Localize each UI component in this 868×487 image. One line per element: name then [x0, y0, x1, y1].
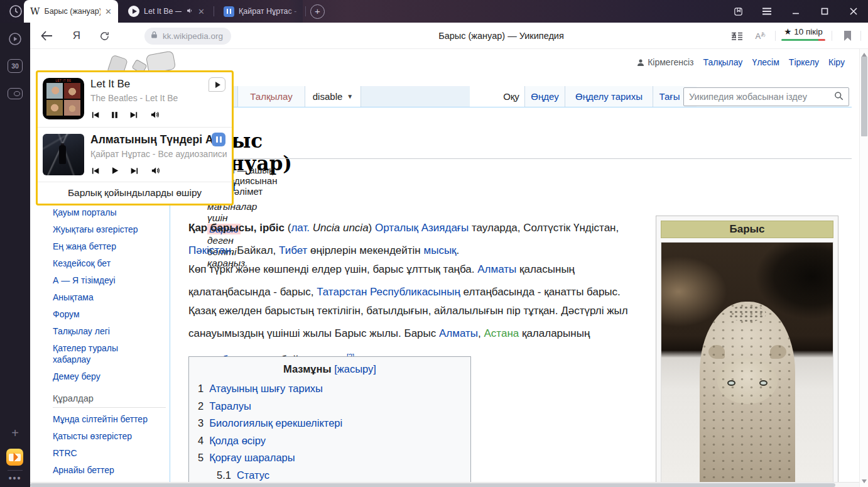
nav-link[interactable]: Қатысты өзгерістер [53, 431, 166, 442]
tab-wikipedia[interactable]: W Барыс (жануар) — Уики ✕ [24, 0, 118, 23]
address-bar[interactable]: kk.wikipedia.org [144, 28, 231, 45]
tabs-bottom-rule [170, 107, 852, 107]
nav-link[interactable]: Кездейсоқ бет [53, 258, 166, 270]
personal-link-login[interactable]: Кіру [828, 57, 845, 67]
tab-history[interactable]: Өңделу тарихы [565, 86, 653, 107]
new-tab-button[interactable]: + [310, 4, 325, 19]
track-subtitle: Қайрат Нұртас - Все аудиозаписи [90, 149, 225, 159]
nav-link[interactable]: Арнайы беттер [53, 465, 166, 476]
refresh-icon[interactable] [93, 23, 116, 49]
menu-icon[interactable] [752, 0, 781, 23]
yandex-mail-icon[interactable] [8, 449, 23, 466]
track-title: Алматының Түндері Ай [90, 133, 225, 146]
nav-link[interactable]: Қателер туралы хабарлау [53, 343, 147, 365]
window-controls [724, 0, 868, 23]
personal-link-contribs[interactable]: Үлесім [752, 57, 779, 67]
maximize-button[interactable] [810, 0, 839, 23]
screenshot-icon[interactable] [8, 88, 23, 103]
search-input[interactable] [684, 92, 829, 102]
next-track-icon[interactable] [129, 111, 139, 119]
previous-track-icon[interactable] [90, 111, 100, 119]
nav-link[interactable]: Талқылау легі [53, 326, 166, 337]
downloads-icon[interactable] [865, 23, 868, 49]
pause-icon [224, 6, 234, 17]
previous-track-icon[interactable] [90, 167, 100, 175]
infobox-title: Барыс [661, 221, 833, 238]
nav-link[interactable]: RTRC [53, 448, 166, 459]
tab-let-it-be[interactable]: Let It Be — The Beatl ✕ [122, 0, 211, 23]
wikipedia-logo [73, 50, 180, 70]
nav-section-tools: Құралдар [53, 393, 166, 408]
translate-icon[interactable]: Aあ [750, 23, 771, 49]
play-in-tab-button[interactable] [209, 77, 225, 92]
browser-sidebar: 30 + ••• [0, 23, 30, 487]
nav-link[interactable]: Қауым порталы [53, 207, 166, 219]
vertical-scrollbar[interactable] [859, 49, 868, 487]
more-options-icon[interactable]: ••• [8, 473, 23, 487]
close-tab-icon[interactable]: ✕ [105, 7, 112, 16]
volume-icon[interactable] [149, 110, 160, 119]
toc-item[interactable]: 2Таралуы [198, 398, 462, 415]
play-icon[interactable] [111, 166, 119, 175]
nav-link[interactable]: Мұнда сілтейтін беттер [53, 414, 166, 425]
toc-item[interactable]: 1Атауының шығу тарихы [198, 380, 462, 398]
calendar-icon[interactable]: 30 [8, 59, 23, 74]
back-icon[interactable] [35, 23, 58, 49]
track-row-almaty-tunderi[interactable]: Алматының Түндері Ай Қайрат Нұртас - Все… [38, 128, 232, 182]
add-panel-icon[interactable]: + [8, 426, 23, 441]
search-icon[interactable] [829, 91, 849, 103]
nav-link[interactable]: Жуықтағы өзгерістер [53, 224, 166, 236]
toolbar-divider [860, 31, 861, 41]
history-clock-icon[interactable] [8, 4, 23, 19]
tab-edit[interactable]: Өңдеу [524, 86, 565, 107]
stop-all-tabs-button[interactable]: Барлық қойындыларды өшіру [38, 182, 232, 204]
site-rating[interactable]: ★ 10 пікір [781, 26, 825, 41]
table-of-contents: Мазмұны [жасыру] 1Атауының шығу тарихы 2… [188, 356, 471, 482]
close-tab-icon[interactable]: ✕ [198, 7, 205, 16]
toolbar-divider [775, 31, 776, 41]
personal-link-register[interactable]: Тіркелу [789, 57, 819, 67]
tab-paused-badge[interactable] [212, 133, 225, 146]
minimize-button[interactable] [781, 0, 810, 23]
tab-title: Let It Be — The Beatl [144, 7, 182, 16]
wikipedia-w-icon: W [30, 6, 40, 17]
tab-divider [214, 6, 214, 16]
tab-read[interactable]: Оқу [498, 86, 524, 107]
next-track-icon[interactable] [130, 167, 139, 175]
reader-mode-icon[interactable] [726, 23, 747, 49]
nav-link[interactable]: Ең жаңа беттер [53, 241, 166, 253]
horizontal-scrollbar[interactable] [30, 482, 859, 487]
nav-link[interactable]: Анықтама [53, 292, 166, 304]
tab-gadget-disable[interactable]: disable▼ [305, 86, 361, 107]
toc-item[interactable]: 3Биологиялық ерекшеліктері [198, 415, 462, 432]
horizontal-scroll-thumb[interactable] [30, 483, 835, 487]
nav-link[interactable]: А — Я тізімдеуі [53, 275, 166, 287]
nav-link[interactable]: Демеу беру [53, 371, 166, 383]
pause-icon[interactable] [111, 111, 119, 119]
nav-link[interactable]: Форум [53, 309, 166, 320]
toc-hide-link[interactable]: [жасыру] [334, 363, 376, 375]
track-controls [90, 110, 225, 119]
bookmark-icon[interactable] [837, 23, 858, 49]
toc-item[interactable]: 5Қорғау шаралары [198, 449, 462, 467]
tab-panel-icon[interactable] [724, 0, 752, 23]
music-play-icon[interactable] [8, 31, 23, 47]
vertical-scroll-thumb[interactable] [861, 57, 867, 136]
close-window-button[interactable] [839, 0, 868, 23]
audio-player-popup: LET IT BE Let It Be The Beatles - Let It… [36, 70, 234, 205]
anon-user: Кірмегенсіз [637, 57, 693, 67]
personal-bar: Кірмегенсіз Талқылау Үлесім Тіркелу Кіру [637, 57, 845, 67]
audio-speaker-icon[interactable] [186, 7, 193, 16]
tab-kairat-nurtas[interactable]: Қайрат Нұртас - Алматын [217, 0, 303, 23]
toc-item[interactable]: 5.1Статус [198, 467, 462, 483]
title-fade [286, 0, 303, 23]
tab-talk[interactable]: Талқылау [237, 86, 305, 107]
toolbar-divider [832, 31, 832, 41]
tab-bar: W Барыс (жануар) — Уики ✕ Let It Be — Th… [0, 0, 868, 23]
track-row-let-it-be[interactable]: LET IT BE Let It Be The Beatles - Let It… [38, 72, 232, 127]
yandex-logo-icon[interactable]: Я [65, 23, 88, 49]
scroll-down-arrow[interactable] [862, 479, 867, 483]
volume-icon[interactable] [150, 166, 161, 175]
personal-link-talk[interactable]: Талқылау [703, 57, 743, 67]
toc-item[interactable]: 4Қолда өсіру [198, 432, 462, 450]
